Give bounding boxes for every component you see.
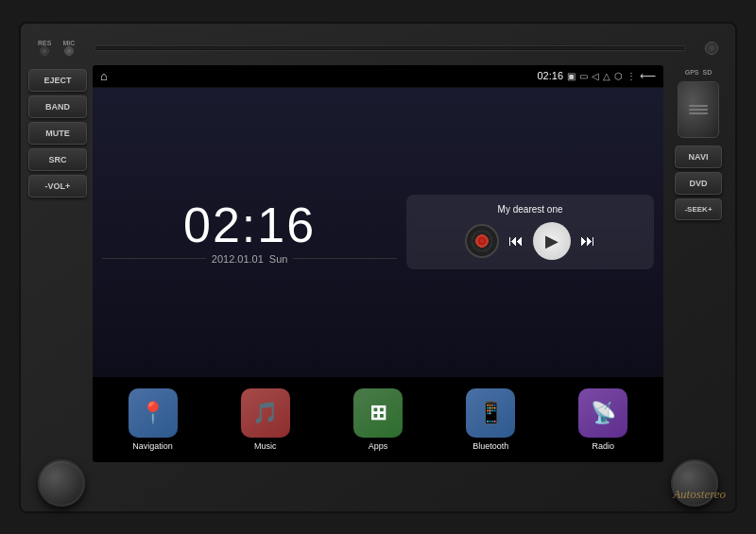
radio-icon-bg: 📡 — [578, 388, 627, 438]
vinyl-center — [478, 237, 486, 245]
app-radio[interactable]: 📡 Radio — [553, 388, 654, 451]
src-button[interactable]: SRC — [28, 148, 87, 171]
app-music[interactable]: 🎵 Music — [215, 388, 316, 451]
status-bar: ⌂ 02:16 ▣ ▭ ◁ △ ⬡ ⋮ ⟵ — [93, 65, 663, 88]
top-bar: RES MIC — [28, 31, 728, 65]
back-icon[interactable]: ⟵ — [640, 69, 656, 82]
right-knob[interactable] — [678, 81, 719, 138]
cast-icon: ⬡ — [614, 71, 623, 81]
status-bar-left: ⌂ — [100, 69, 108, 83]
left-volume-knob[interactable] — [38, 459, 85, 507]
bluetooth-label: Bluetooth — [472, 441, 508, 451]
right-controls: GPS SD NAVI DVD -SEEK+ — [669, 65, 728, 462]
mic-dot — [64, 46, 74, 56]
app-apps[interactable]: ⊞ Apps — [327, 388, 428, 451]
res-label: RES — [38, 40, 51, 46]
navi-button[interactable]: NAVI — [675, 146, 722, 168]
apps-label: Apps — [369, 441, 388, 451]
window-icon: ▭ — [579, 71, 588, 81]
next-button[interactable]: ⏭ — [580, 233, 595, 250]
top-right-indicator — [705, 42, 718, 55]
screenshot-icon: ▣ — [567, 71, 576, 81]
res-button[interactable] — [40, 46, 49, 56]
knob-line-1 — [689, 105, 708, 107]
prev-button[interactable]: ⏮ — [508, 233, 524, 250]
navigation-icon: 📍 — [140, 401, 165, 425]
seek-button[interactable]: -SEEK+ — [675, 198, 722, 220]
music-label: Music — [254, 441, 277, 451]
date-line-right — [293, 258, 397, 259]
play-icon: ▶ — [545, 231, 558, 251]
play-button[interactable]: ▶ — [533, 222, 571, 260]
eject-button[interactable]: EJECT — [28, 69, 87, 92]
music-panel: My dearest one ⏮ ▶ ⏭ — [406, 88, 663, 377]
gps-label: GPS — [685, 69, 699, 76]
dvd-button[interactable]: DVD — [675, 172, 722, 195]
vinyl-disc — [465, 224, 499, 258]
knob-line-2 — [689, 109, 708, 111]
apps-row: 📍 Navigation 🎵 Music ⊞ Apps — [93, 377, 663, 462]
volume-icon: ◁ — [592, 71, 599, 81]
mic-area: MIC — [62, 40, 75, 56]
navigation-label: Navigation — [132, 441, 173, 451]
clock-date: 2012.01.01 — [212, 253, 264, 265]
bluetooth-icon: 📱 — [478, 401, 504, 425]
app-bluetooth[interactable]: 📱 Bluetooth — [440, 388, 541, 451]
radio-icon: 📡 — [591, 401, 616, 425]
watermark: Autostereo — [673, 487, 726, 502]
clock-time: 02:16 — [183, 200, 316, 250]
date-display: 2012.01.01 Sun — [102, 253, 397, 265]
app-navigation[interactable]: 📍 Navigation — [102, 388, 203, 451]
triangle-icon: △ — [603, 71, 610, 81]
screen-content: 02:16 2012.01.01 Sun My dearest one — [93, 88, 663, 377]
main-row: EJECT BAND MUTE SRC -VOL+ ⌂ 02:16 ▣ ▭ ◁ … — [28, 65, 728, 462]
mic-label: MIC — [62, 40, 75, 46]
music-player: My dearest one ⏮ ▶ ⏭ — [406, 195, 654, 269]
sd-label: SD — [703, 69, 713, 76]
car-head-unit: RES MIC EJECT BAND MUTE SRC -VOL+ ⌂ — [19, 22, 737, 513]
mute-button[interactable]: MUTE — [28, 122, 87, 145]
vol-button[interactable]: -VOL+ — [28, 175, 87, 198]
music-controls: ⏮ ▶ ⏭ — [416, 222, 644, 260]
left-controls: EJECT BAND MUTE SRC -VOL+ — [28, 65, 87, 462]
bottom-row — [28, 462, 728, 504]
band-button[interactable]: BAND — [28, 95, 87, 118]
music-title: My dearest one — [416, 204, 644, 215]
more-icon: ⋮ — [627, 71, 636, 81]
apps-icon: ⊞ — [369, 401, 387, 425]
clock-day: Sun — [269, 253, 288, 265]
cd-slot — [94, 45, 686, 51]
res-area: RES — [38, 40, 51, 56]
home-icon[interactable]: ⌂ — [100, 69, 108, 83]
music-icon-bg: 🎵 — [241, 388, 290, 438]
apps-icon-bg: ⊞ — [353, 388, 403, 438]
top-left-controls: RES MIC — [38, 40, 75, 56]
knob-line-3 — [689, 112, 708, 114]
clock-panel: 02:16 2012.01.01 Sun — [93, 88, 406, 377]
bluetooth-icon-bg: 📱 — [466, 388, 515, 438]
radio-label: Radio — [593, 441, 615, 451]
screen: ⌂ 02:16 ▣ ▭ ◁ △ ⬡ ⋮ ⟵ 02:16 — [93, 65, 663, 462]
navigation-icon-bg: 📍 — [129, 388, 178, 438]
status-time: 02:16 — [537, 70, 563, 81]
date-line-left — [102, 258, 206, 259]
status-icons: 02:16 ▣ ▭ ◁ △ ⬡ ⋮ ⟵ — [537, 69, 656, 82]
music-icon: 🎵 — [252, 401, 278, 425]
